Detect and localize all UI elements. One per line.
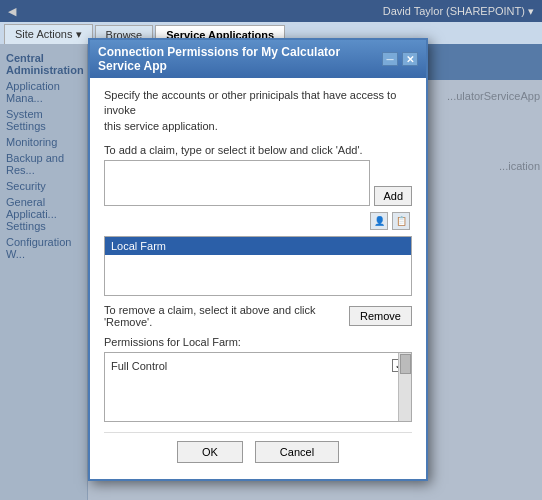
permissions-row-full-control: Full Control ✓: [111, 357, 405, 374]
permissions-scrollbar[interactable]: [398, 353, 411, 421]
dialog-description: Specify the accounts or other prinicipal…: [104, 88, 412, 134]
cancel-button[interactable]: Cancel: [255, 441, 339, 463]
ribbon-user: David Taylor (SHAREPOINT) ▾: [383, 5, 534, 18]
add-button[interactable]: Add: [374, 186, 412, 206]
permissions-scrollbar-thumb[interactable]: [400, 354, 411, 374]
permissions-label-full-control: Full Control: [111, 360, 167, 372]
claims-list: Local Farm: [104, 236, 412, 296]
dialog-body: Specify the accounts or other prinicipal…: [90, 78, 426, 479]
dialog-connection-permissions: Connection Permissions for My Calculator…: [88, 38, 428, 481]
dialog-remove-row: To remove a claim, select it above and c…: [104, 304, 412, 328]
tab-site-actions[interactable]: Site Actions ▾: [4, 24, 93, 44]
dialog-close-button[interactable]: ✕: [402, 52, 418, 66]
ok-button[interactable]: OK: [177, 441, 243, 463]
dialog-icon-row: 👤 📋: [104, 212, 410, 230]
permissions-list-inner: Full Control ✓: [105, 353, 411, 378]
ribbon-label: ◀: [8, 5, 16, 18]
claim-input[interactable]: [104, 160, 370, 206]
dialog-remove-instruction: To remove a claim, select it above and c…: [104, 304, 349, 328]
permissions-list: Full Control ✓: [104, 352, 412, 422]
dialog-add-row: Add: [104, 160, 412, 206]
remove-button[interactable]: Remove: [349, 306, 412, 326]
claims-list-item-local-farm[interactable]: Local Farm: [105, 237, 411, 255]
dialog-title: Connection Permissions for My Calculator…: [98, 45, 382, 73]
permissions-section-label: Permissions for Local Farm:: [104, 336, 412, 348]
address-book-icon[interactable]: 📋: [392, 212, 410, 230]
dialog-footer: OK Cancel: [104, 432, 412, 467]
dialog-minimize-button[interactable]: ─: [382, 52, 398, 66]
ribbon-bar: ◀ David Taylor (SHAREPOINT) ▾: [0, 0, 542, 22]
dialog-window-controls: ─ ✕: [382, 52, 418, 66]
dialog-titlebar: Connection Permissions for My Calculator…: [90, 40, 426, 78]
people-picker-icon[interactable]: 👤: [370, 212, 388, 230]
dialog-add-instruction: To add a claim, type or select it below …: [104, 144, 412, 156]
